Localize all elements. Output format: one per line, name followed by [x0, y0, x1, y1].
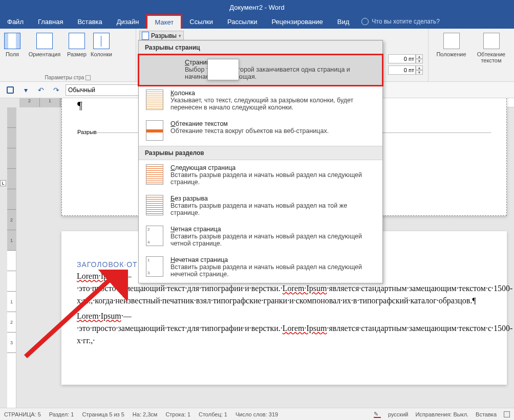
save-button[interactable] [4, 84, 16, 96]
odd-page-section-icon: 13 [146, 256, 163, 277]
tab-home[interactable]: Главная [31, 14, 70, 29]
ribbon-tabs: Файл Главная Вставка Дизайн Макет Ссылки… [0, 14, 514, 29]
ruler-tick: 2 [7, 210, 16, 230]
tell-me-placeholder: Что вы хотите сделать? [372, 18, 440, 25]
ruler-tick: 2 [7, 312, 16, 333]
ruler-tick [7, 271, 16, 292]
tab-insert[interactable]: Вставка [70, 14, 109, 29]
menu-item-page-break[interactable]: Страница Выбор точки, в которой заканчив… [139, 55, 382, 85]
status-page[interactable]: СТРАНИЦА: 5 [4, 411, 41, 417]
menu-item-description: Вставить разрыв раздела и начать новый р… [170, 233, 375, 247]
position-button[interactable]: Положение [432, 31, 472, 63]
next-page-section-icon [146, 164, 163, 185]
page-break-label: Разрыв [77, 129, 97, 135]
ruler-tick [7, 128, 16, 148]
continuous-section-icon [146, 195, 163, 215]
menu-item-description: Вставить разрыв раздела и начать новый р… [170, 263, 375, 278]
body-paragraph: Lorem·Ipsum·—·это·просто·замещающий·текс… [77, 310, 491, 347]
tab-file[interactable]: Файл [0, 14, 31, 29]
menu-item-description: Вставить разрыв раздела и начать новый р… [170, 171, 375, 186]
status-page-of[interactable]: Страница 5 из 5 [82, 411, 124, 417]
status-track-changes[interactable]: Исправления: Выкл. [415, 411, 468, 417]
spacing-before-spinner[interactable]: ▲▼ [388, 54, 423, 63]
ruler-tick: 3 [7, 333, 16, 353]
tab-selector[interactable]: L [0, 180, 6, 186]
status-language[interactable]: русский [388, 411, 408, 417]
wrap-text-button[interactable]: Обтекание текстом [472, 31, 511, 63]
menu-item-column-break[interactable]: Колонка Указывает, что текст, следующий … [139, 85, 382, 116]
ruler-tick: 1 [40, 98, 60, 107]
menu-item-description: Вставить разрыв раздела и начать новый р… [170, 202, 375, 216]
menu-item-description: Указывает, что текст, следующий за разры… [170, 97, 375, 111]
menu-item-next-page-section[interactable]: Следующая страница Вставить разрыв разде… [139, 160, 382, 191]
redo-button[interactable]: ↷ [50, 84, 62, 96]
even-page-section-icon: 24 [146, 226, 163, 246]
spacing-after-input[interactable] [388, 65, 416, 75]
status-insert-mode[interactable]: Вставка [476, 411, 497, 417]
status-section[interactable]: Раздел: 1 [49, 411, 74, 417]
bulb-icon [361, 18, 369, 25]
dropdown-section-header: Разрывы страниц [139, 40, 382, 55]
macro-recording-icon[interactable] [504, 411, 510, 417]
vertical-ruler[interactable]: 2 1 1 2 3 [7, 107, 16, 408]
tab-references[interactable]: Ссылки [182, 14, 220, 29]
undo-button[interactable]: ↶ [35, 84, 47, 96]
menu-item-text-wrapping-break[interactable]: Обтекание текстом Обтекание текста вокру… [139, 116, 382, 146]
ruler-tick [7, 148, 16, 169]
tab-review[interactable]: Рецензирование [264, 14, 330, 29]
text-wrap-break-icon [146, 120, 163, 141]
status-position[interactable]: На: 2,3см [133, 411, 158, 417]
title-bar: Документ2 - Word [0, 0, 514, 14]
save-icon [7, 86, 14, 94]
column-break-icon [146, 90, 163, 110]
page-break-icon [207, 59, 239, 80]
menu-item-odd-page-section[interactable]: 13 Нечетная страница Вставить разрыв раз… [139, 252, 382, 283]
heading-text: ЗАГОЛОВОК·ОТ [77, 260, 138, 269]
page-break-icon [142, 32, 149, 40]
spin-up-icon[interactable]: ▲ [416, 65, 423, 70]
ruler-tick [7, 107, 16, 128]
size-button[interactable]: Размер [65, 31, 89, 57]
columns-button[interactable]: Колонки [89, 31, 114, 57]
menu-item-even-page-section[interactable]: 24 Четная страница Вставить разрыв разде… [139, 222, 382, 252]
status-column[interactable]: Столбец: 1 [199, 411, 227, 417]
tab-design[interactable]: Дизайн [110, 14, 146, 29]
page-setup-group-label: Параметры стра [0, 74, 136, 81]
chevron-down-icon: ▾ [179, 33, 181, 38]
menu-item-continuous-section[interactable]: Без разрыва Вставить разрыв раздела и на… [139, 191, 382, 222]
spellcheck-icon[interactable]: ✎ [374, 411, 381, 418]
tab-view[interactable]: Вид [330, 14, 357, 29]
tab-layout[interactable]: Макет [146, 14, 182, 29]
tell-me-search[interactable]: Что вы хотите сделать? [356, 14, 440, 29]
margins-button[interactable]: Поля [0, 31, 25, 57]
tab-mailings[interactable]: Рассылки [220, 14, 264, 29]
page-setup-launcher-icon[interactable] [85, 75, 91, 80]
ruler-tick: 1 [7, 292, 16, 312]
ruler-tick [7, 251, 16, 271]
qat-separator: ▾ [19, 84, 32, 96]
ruler-tick [7, 189, 16, 210]
breaks-button[interactable]: Разрывы ▾ [139, 31, 184, 41]
spacing-before-input[interactable] [388, 54, 416, 63]
status-line[interactable]: Строка: 1 [165, 411, 190, 417]
spacing-after-spinner[interactable]: ▲▼ [388, 65, 423, 75]
style-selector[interactable] [66, 84, 147, 96]
spin-down-icon[interactable]: ▼ [416, 59, 423, 63]
status-word-count[interactable]: Число слов: 319 [235, 411, 278, 417]
window-title: Документ2 - Word [229, 4, 284, 11]
breaks-dropdown: Разрывы страниц Страница Выбор точки, в … [138, 40, 383, 283]
status-bar: СТРАНИЦА: 5 Раздел: 1 Страница 5 из 5 На… [0, 408, 514, 420]
ruler-tick [7, 169, 16, 189]
menu-item-description: Обтекание текста вокруг объектов на веб-… [170, 127, 329, 135]
spin-up-icon[interactable]: ▲ [416, 54, 423, 59]
orientation-button[interactable]: Ориентация [25, 31, 65, 57]
dropdown-section-header: Разрывы разделов [139, 146, 382, 160]
ruler-tick: 2 [19, 98, 40, 107]
spin-down-icon[interactable]: ▼ [416, 70, 423, 75]
ruler-tick: 1 [7, 230, 16, 251]
